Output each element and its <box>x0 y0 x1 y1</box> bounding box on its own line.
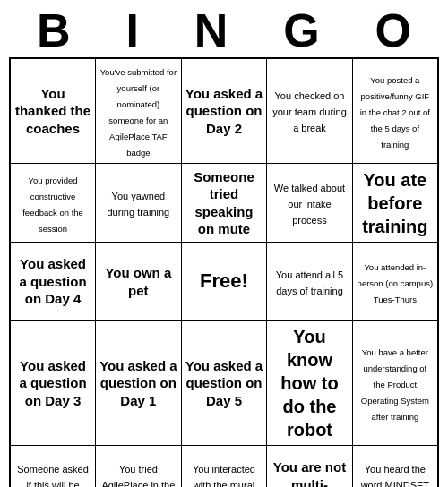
cell-text-r3-c4: You have a better understanding of the P… <box>361 347 429 422</box>
cell-r0-c2: You asked a question on Day 2 <box>181 58 267 164</box>
cell-r0-c4: You posted a positive/funny GIF in the c… <box>352 58 438 164</box>
letter-g: G <box>283 7 319 54</box>
cell-r3-c3: You know how to do the robot <box>267 321 352 446</box>
cell-r4-c2: You interacted with the mural board <box>181 446 267 488</box>
letter-i: I <box>125 7 138 54</box>
cell-r3-c4: You have a better understanding of the P… <box>352 321 438 446</box>
cell-r2-c3: You attend all 5 days of training <box>267 243 352 321</box>
cell-text-r1-c0: You provided constructive feedback on th… <box>22 175 83 234</box>
letter-o: O <box>375 7 411 54</box>
cell-r4-c0: Someone asked if this will be recorded? <box>10 446 96 488</box>
cell-text-r4-c2: You interacted with the mural board <box>193 464 255 487</box>
letter-n: N <box>194 7 228 54</box>
cell-text-r3-c0: You asked a question on Day 3 <box>20 358 87 408</box>
cell-r1-c3: We talked about our intake process <box>267 164 352 243</box>
cell-text-r1-c4: You ate before training <box>362 170 427 236</box>
cell-text-r1-c1: You yawned during training <box>108 191 170 218</box>
cell-text-r2-c3: You attend all 5 days of training <box>276 269 343 296</box>
cell-r2-c0: You asked a question on Day 4 <box>10 243 96 321</box>
bingo-title: B I N G O <box>0 0 448 57</box>
cell-r2-c4: You attended in-person (on campus) Tues-… <box>352 243 438 321</box>
cell-text-r0-c4: You posted a positive/funny GIF in the c… <box>360 75 430 150</box>
cell-r3-c1: You asked a question on Day 1 <box>96 321 182 446</box>
cell-text-r4-c3: You are not multi-tasking <box>273 459 346 487</box>
cell-r2-c2: Free! <box>181 243 267 321</box>
cell-r4-c3: You are not multi-tasking <box>267 446 352 488</box>
cell-r4-c4: You heard the word MINDSET SHIFT <box>352 446 438 488</box>
cell-r0-c0: You thanked the coaches <box>10 58 96 164</box>
cell-text-r4-c1: You tried AgilePlace in the Sandbox <box>101 464 175 487</box>
cell-r1-c0: You provided constructive feedback on th… <box>10 164 96 243</box>
cell-text-r2-c1: You own a pet <box>105 265 171 298</box>
cell-text-r0-c0: You thanked the coaches <box>15 86 90 136</box>
cell-r0-c3: You checked on your team during a break <box>267 58 352 164</box>
cell-text-r1-c2: Someone tried speaking on mute <box>194 169 254 237</box>
cell-r0-c1: You've submitted for yourself (or nomina… <box>96 58 182 164</box>
letter-b: B <box>37 7 71 54</box>
cell-r1-c4: You ate before training <box>352 164 438 243</box>
cell-text-r0-c1: You've submitted for yourself (or nomina… <box>100 67 177 158</box>
cell-r4-c1: You tried AgilePlace in the Sandbox <box>96 446 182 488</box>
cell-r3-c0: You asked a question on Day 3 <box>10 321 96 446</box>
cell-text-r3-c3: You know how to do the robot <box>280 327 338 440</box>
bingo-grid: You thanked the coachesYou've submitted … <box>9 57 439 487</box>
cell-r1-c1: You yawned during training <box>96 164 182 243</box>
cell-text-r4-c4: You heard the word MINDSET SHIFT <box>361 464 429 487</box>
cell-r1-c2: Someone tried speaking on mute <box>181 164 267 243</box>
cell-text-r2-c2: Free! <box>200 269 248 292</box>
cell-text-r3-c1: You asked a question on Day 1 <box>99 358 177 408</box>
cell-text-r0-c3: You checked on your team during a break <box>272 90 347 133</box>
cell-text-r2-c0: You asked a question on Day 4 <box>20 256 87 306</box>
cell-text-r0-c2: You asked a question on Day 2 <box>185 86 263 136</box>
cell-text-r1-c3: We talked about our intake process <box>274 183 345 226</box>
cell-r3-c2: You asked a question on Day 5 <box>181 321 267 446</box>
cell-text-r4-c0: Someone asked if this will be recorded? <box>17 464 89 487</box>
cell-r2-c1: You own a pet <box>96 243 182 321</box>
cell-text-r3-c2: You asked a question on Day 5 <box>185 358 263 408</box>
cell-text-r2-c4: You attended in-person (on campus) Tues-… <box>358 262 433 304</box>
